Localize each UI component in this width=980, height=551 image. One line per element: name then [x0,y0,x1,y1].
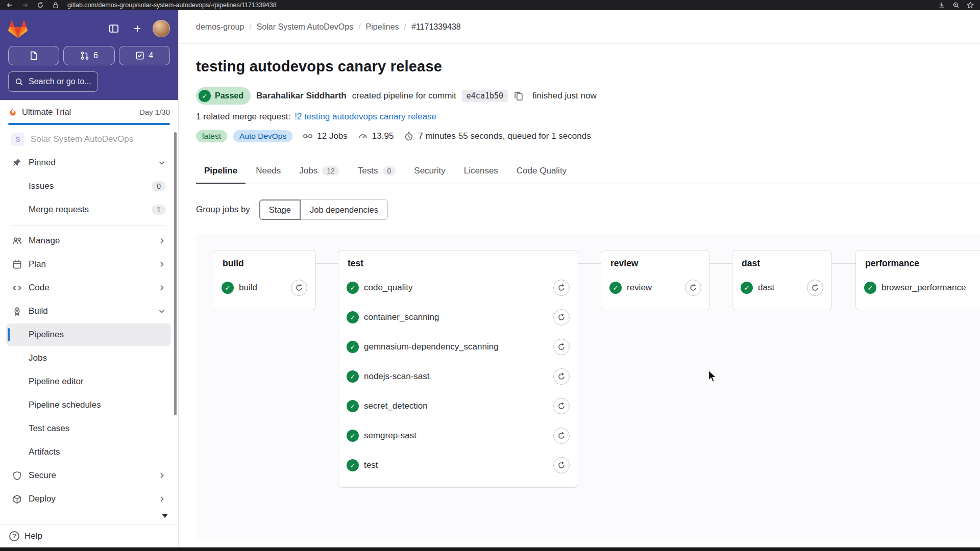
job-link[interactable]: secret_detection [364,401,428,411]
package-icon [11,493,22,505]
gitlab-logo-icon[interactable] [8,19,28,38]
sidebar-item-pipeline-editor[interactable]: Pipeline editor [6,370,171,393]
commit-sha-link[interactable]: e4ca1b50 [462,90,508,102]
retry-job-button[interactable] [807,280,823,296]
address-bar[interactable]: gitlab.com/demos-group/solar-system-auto… [67,2,277,9]
job-link[interactable]: code_quality [364,283,412,293]
job-link[interactable]: gemnasium-dependency_scanning [364,342,499,352]
sidebar-item-secure[interactable]: Secure [6,464,171,487]
tab-jobs[interactable]: Jobs12 [291,160,348,184]
sidebar-item-issues[interactable]: Issues 0 [6,175,171,197]
tab-tests[interactable]: Tests0 [350,160,404,184]
issues-count-badge: 0 [152,181,166,191]
tab-licenses[interactable]: Licenses [456,160,506,184]
help-button[interactable]: ? Help [0,524,178,547]
sidebar-item-pipelines[interactable]: Pipelines [6,323,171,346]
sidebar-item-pinned[interactable]: Pinned [6,152,171,174]
plus-icon: + [134,22,141,35]
sidebar-item-test-cases[interactable]: Test cases [6,417,171,440]
browser-zoom-icon[interactable] [952,2,960,9]
sidebar-item-jobs[interactable]: Jobs [6,347,171,369]
retry-job-button[interactable] [685,280,701,296]
stage-dast: dast ✓ dast [732,250,832,310]
browser-download-icon[interactable] [938,2,945,9]
pipeline-status-row: ✓ Passed Barahalikar Siddharth created p… [196,87,980,105]
search-input[interactable]: Search or go to... [8,71,98,92]
tab-security[interactable]: Security [406,160,453,184]
trial-status-widget[interactable]: Ultimate Trial Day 1/30 [0,100,178,125]
breadcrumb-project[interactable]: Solar System AutoDevOps [257,22,353,32]
tab-pipeline[interactable]: Pipeline [196,160,246,184]
group-by-dependencies-button[interactable]: Job dependencies [300,199,388,220]
site-info-lock-icon[interactable] [52,2,59,9]
stage-test: test ✓ code_quality ✓ container_scanning… [338,250,578,488]
latest-badge: latest [196,130,227,142]
retry-job-button[interactable] [291,280,307,296]
job-success-icon: ✓ [609,282,622,294]
pipeline-graph: build ✓ build test ✓ code_quality [196,234,980,540]
breadcrumb: demos-group / Solar System AutoDevOps / … [179,10,980,44]
retry-job-button[interactable] [553,457,570,473]
rocket-icon [11,306,22,317]
group-by-stage-button[interactable]: Stage [259,199,301,220]
job-link[interactable]: review [627,283,652,293]
retry-job-button[interactable] [553,339,570,355]
browser-forward-icon[interactable] [21,2,29,9]
pipeline-author-link[interactable]: Barahalikar Siddharth [256,91,347,101]
retry-job-button[interactable] [553,428,570,444]
copy-commit-icon[interactable] [513,91,524,101]
sidebar-item-pipeline-schedules[interactable]: Pipeline schedules [6,394,171,416]
job-row: ✓ gemnasium-dependency_scanning [346,332,571,362]
nav-divider [11,225,166,226]
job-link[interactable]: semgrep-sast [364,431,416,441]
job-row: ✓ semgrep-sast [346,421,571,450]
breadcrumb-pipelines[interactable]: Pipelines [366,22,399,32]
mr-count: 6 [93,51,98,60]
issues-shortcut-button[interactable] [8,46,59,65]
sidebar-item-artifacts[interactable]: Artifacts [6,441,171,463]
job-link[interactable]: dast [758,283,774,293]
sidebar-scrollbar[interactable] [174,132,177,415]
scroll-down-arrow-icon[interactable] [162,514,168,518]
tab-code-quality[interactable]: Code Quality [508,160,575,184]
user-avatar[interactable] [153,20,170,37]
sidebar-item-manage[interactable]: Manage [6,230,171,252]
job-link[interactable]: build [239,283,257,293]
todos-shortcut-button[interactable]: 4 [119,46,170,65]
job-link[interactable]: nodejs-scan-sast [364,371,430,382]
sidebar-item-deploy[interactable]: Deploy [6,488,171,510]
browser-bookmark-star-icon[interactable] [967,2,974,9]
job-success-icon: ✓ [347,459,359,471]
job-success-icon: ✓ [222,282,234,294]
shield-icon [11,470,22,481]
related-mr-link[interactable]: !2 testing autodevops canary release [295,112,436,122]
retry-job-button[interactable] [553,280,570,296]
tab-needs[interactable]: Needs [248,160,289,184]
job-row: ✓ browser_performance [863,273,980,303]
sidebar-context-project[interactable]: S Solar System AutoDevOps [6,128,171,151]
retry-job-button[interactable] [553,398,570,414]
merge-requests-shortcut-button[interactable]: 6 [63,46,114,65]
chevron-right-icon [158,284,166,292]
sidebar-item-build[interactable]: Build [6,300,171,322]
breadcrumb-group[interactable]: demos-group [196,22,244,32]
job-link[interactable]: container_scanning [364,312,439,322]
job-link[interactable]: test [364,460,378,470]
job-success-icon: ✓ [741,282,753,294]
finished-time-text: finished just now [532,91,597,101]
project-avatar: S [11,133,24,146]
sidebar-item-merge-requests[interactable]: Merge requests 1 [6,198,171,221]
breadcrumb-pipeline-id[interactable]: #1171339438 [411,22,461,32]
create-new-button[interactable]: + [129,20,145,37]
sidebar-toggle-icon[interactable] [106,20,122,37]
sidebar-item-code[interactable]: Code [6,277,171,299]
group-jobs-label: Group jobs by [196,205,250,215]
browser-reload-icon[interactable] [37,2,44,9]
job-link[interactable]: browser_performance [881,283,966,293]
browser-back-icon[interactable] [6,2,13,9]
retry-job-button[interactable] [553,368,570,385]
job-row: ✓ code_quality [346,273,571,303]
retry-job-button[interactable] [553,309,570,325]
sidebar-item-plan[interactable]: Plan [6,253,171,276]
autodevops-badge[interactable]: Auto DevOps [233,130,292,142]
